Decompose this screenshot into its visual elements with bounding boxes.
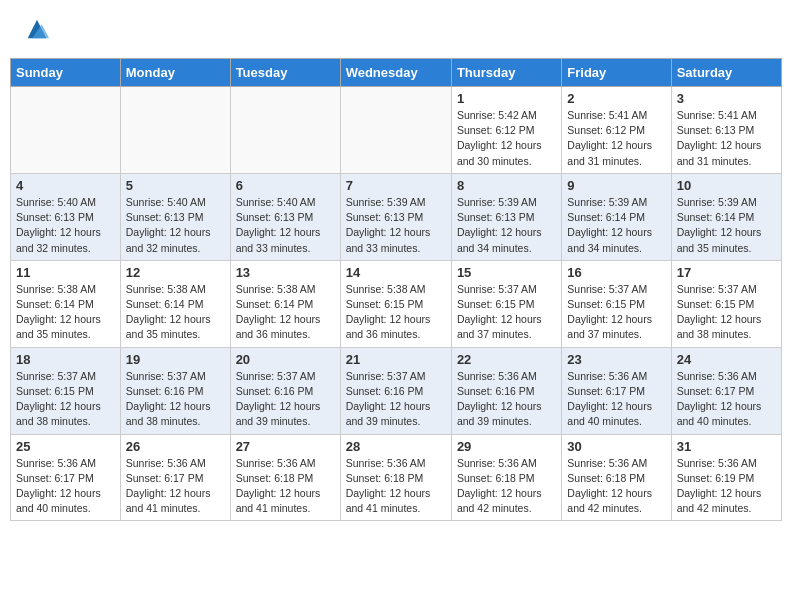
- calendar-cell: 22Sunrise: 5:36 AMSunset: 6:16 PMDayligh…: [451, 347, 561, 434]
- calendar-week-row: 1Sunrise: 5:42 AMSunset: 6:12 PMDaylight…: [11, 87, 782, 174]
- day-number: 1: [457, 91, 556, 106]
- day-info: Sunrise: 5:37 AMSunset: 6:15 PMDaylight:…: [16, 369, 115, 430]
- day-info: Sunrise: 5:36 AMSunset: 6:18 PMDaylight:…: [567, 456, 665, 517]
- calendar-cell: 30Sunrise: 5:36 AMSunset: 6:18 PMDayligh…: [562, 434, 671, 521]
- calendar-cell: 3Sunrise: 5:41 AMSunset: 6:13 PMDaylight…: [671, 87, 781, 174]
- calendar-cell: 29Sunrise: 5:36 AMSunset: 6:18 PMDayligh…: [451, 434, 561, 521]
- calendar-cell: 7Sunrise: 5:39 AMSunset: 6:13 PMDaylight…: [340, 173, 451, 260]
- day-number: 7: [346, 178, 446, 193]
- calendar-cell: 15Sunrise: 5:37 AMSunset: 6:15 PMDayligh…: [451, 260, 561, 347]
- calendar-cell: 17Sunrise: 5:37 AMSunset: 6:15 PMDayligh…: [671, 260, 781, 347]
- day-number: 5: [126, 178, 225, 193]
- col-header-tuesday: Tuesday: [230, 59, 340, 87]
- col-header-saturday: Saturday: [671, 59, 781, 87]
- day-number: 31: [677, 439, 776, 454]
- calendar-cell: [340, 87, 451, 174]
- day-number: 19: [126, 352, 225, 367]
- calendar-cell: 28Sunrise: 5:36 AMSunset: 6:18 PMDayligh…: [340, 434, 451, 521]
- day-number: 27: [236, 439, 335, 454]
- calendar-cell: 12Sunrise: 5:38 AMSunset: 6:14 PMDayligh…: [120, 260, 230, 347]
- day-info: Sunrise: 5:37 AMSunset: 6:15 PMDaylight:…: [677, 282, 776, 343]
- day-info: Sunrise: 5:36 AMSunset: 6:18 PMDaylight:…: [236, 456, 335, 517]
- day-number: 18: [16, 352, 115, 367]
- calendar-cell: 26Sunrise: 5:36 AMSunset: 6:17 PMDayligh…: [120, 434, 230, 521]
- day-info: Sunrise: 5:38 AMSunset: 6:14 PMDaylight:…: [236, 282, 335, 343]
- day-number: 6: [236, 178, 335, 193]
- day-info: Sunrise: 5:36 AMSunset: 6:17 PMDaylight:…: [677, 369, 776, 430]
- col-header-thursday: Thursday: [451, 59, 561, 87]
- calendar-cell: 27Sunrise: 5:36 AMSunset: 6:18 PMDayligh…: [230, 434, 340, 521]
- calendar-cell: 1Sunrise: 5:42 AMSunset: 6:12 PMDaylight…: [451, 87, 561, 174]
- day-info: Sunrise: 5:36 AMSunset: 6:17 PMDaylight:…: [16, 456, 115, 517]
- calendar-cell: 10Sunrise: 5:39 AMSunset: 6:14 PMDayligh…: [671, 173, 781, 260]
- day-info: Sunrise: 5:41 AMSunset: 6:12 PMDaylight:…: [567, 108, 665, 169]
- day-info: Sunrise: 5:39 AMSunset: 6:13 PMDaylight:…: [457, 195, 556, 256]
- day-info: Sunrise: 5:36 AMSunset: 6:18 PMDaylight:…: [457, 456, 556, 517]
- day-info: Sunrise: 5:39 AMSunset: 6:13 PMDaylight:…: [346, 195, 446, 256]
- day-number: 9: [567, 178, 665, 193]
- calendar-cell: 20Sunrise: 5:37 AMSunset: 6:16 PMDayligh…: [230, 347, 340, 434]
- logo-icon: [23, 15, 51, 43]
- day-number: 2: [567, 91, 665, 106]
- day-number: 22: [457, 352, 556, 367]
- calendar-cell: 23Sunrise: 5:36 AMSunset: 6:17 PMDayligh…: [562, 347, 671, 434]
- day-info: Sunrise: 5:38 AMSunset: 6:15 PMDaylight:…: [346, 282, 446, 343]
- day-number: 23: [567, 352, 665, 367]
- calendar-cell: 18Sunrise: 5:37 AMSunset: 6:15 PMDayligh…: [11, 347, 121, 434]
- day-info: Sunrise: 5:39 AMSunset: 6:14 PMDaylight:…: [567, 195, 665, 256]
- calendar-table: SundayMondayTuesdayWednesdayThursdayFrid…: [10, 58, 782, 521]
- day-info: Sunrise: 5:37 AMSunset: 6:16 PMDaylight:…: [126, 369, 225, 430]
- day-info: Sunrise: 5:40 AMSunset: 6:13 PMDaylight:…: [126, 195, 225, 256]
- calendar-cell: 13Sunrise: 5:38 AMSunset: 6:14 PMDayligh…: [230, 260, 340, 347]
- day-number: 10: [677, 178, 776, 193]
- day-info: Sunrise: 5:40 AMSunset: 6:13 PMDaylight:…: [236, 195, 335, 256]
- col-header-friday: Friday: [562, 59, 671, 87]
- day-number: 20: [236, 352, 335, 367]
- day-number: 8: [457, 178, 556, 193]
- day-info: Sunrise: 5:38 AMSunset: 6:14 PMDaylight:…: [126, 282, 225, 343]
- calendar-cell: 2Sunrise: 5:41 AMSunset: 6:12 PMDaylight…: [562, 87, 671, 174]
- calendar-week-row: 18Sunrise: 5:37 AMSunset: 6:15 PMDayligh…: [11, 347, 782, 434]
- col-header-monday: Monday: [120, 59, 230, 87]
- day-number: 11: [16, 265, 115, 280]
- day-info: Sunrise: 5:38 AMSunset: 6:14 PMDaylight:…: [16, 282, 115, 343]
- calendar-cell: 21Sunrise: 5:37 AMSunset: 6:16 PMDayligh…: [340, 347, 451, 434]
- col-header-sunday: Sunday: [11, 59, 121, 87]
- day-number: 17: [677, 265, 776, 280]
- calendar-cell: 24Sunrise: 5:36 AMSunset: 6:17 PMDayligh…: [671, 347, 781, 434]
- calendar-cell: 14Sunrise: 5:38 AMSunset: 6:15 PMDayligh…: [340, 260, 451, 347]
- day-info: Sunrise: 5:36 AMSunset: 6:17 PMDaylight:…: [126, 456, 225, 517]
- calendar-cell: 9Sunrise: 5:39 AMSunset: 6:14 PMDaylight…: [562, 173, 671, 260]
- col-header-wednesday: Wednesday: [340, 59, 451, 87]
- day-info: Sunrise: 5:39 AMSunset: 6:14 PMDaylight:…: [677, 195, 776, 256]
- calendar-cell: 31Sunrise: 5:36 AMSunset: 6:19 PMDayligh…: [671, 434, 781, 521]
- calendar-week-row: 11Sunrise: 5:38 AMSunset: 6:14 PMDayligh…: [11, 260, 782, 347]
- day-number: 29: [457, 439, 556, 454]
- calendar-week-row: 25Sunrise: 5:36 AMSunset: 6:17 PMDayligh…: [11, 434, 782, 521]
- calendar-cell: [230, 87, 340, 174]
- day-number: 26: [126, 439, 225, 454]
- day-number: 13: [236, 265, 335, 280]
- day-info: Sunrise: 5:36 AMSunset: 6:18 PMDaylight:…: [346, 456, 446, 517]
- day-info: Sunrise: 5:41 AMSunset: 6:13 PMDaylight:…: [677, 108, 776, 169]
- calendar-header-row: SundayMondayTuesdayWednesdayThursdayFrid…: [11, 59, 782, 87]
- calendar-cell: 6Sunrise: 5:40 AMSunset: 6:13 PMDaylight…: [230, 173, 340, 260]
- day-number: 15: [457, 265, 556, 280]
- calendar-cell: 11Sunrise: 5:38 AMSunset: 6:14 PMDayligh…: [11, 260, 121, 347]
- calendar-cell: 8Sunrise: 5:39 AMSunset: 6:13 PMDaylight…: [451, 173, 561, 260]
- day-info: Sunrise: 5:36 AMSunset: 6:17 PMDaylight:…: [567, 369, 665, 430]
- day-number: 14: [346, 265, 446, 280]
- calendar-cell: [11, 87, 121, 174]
- day-info: Sunrise: 5:37 AMSunset: 6:15 PMDaylight:…: [457, 282, 556, 343]
- day-number: 28: [346, 439, 446, 454]
- calendar-cell: 25Sunrise: 5:36 AMSunset: 6:17 PMDayligh…: [11, 434, 121, 521]
- page-header: [10, 10, 782, 48]
- day-number: 16: [567, 265, 665, 280]
- day-info: Sunrise: 5:36 AMSunset: 6:19 PMDaylight:…: [677, 456, 776, 517]
- day-info: Sunrise: 5:37 AMSunset: 6:15 PMDaylight:…: [567, 282, 665, 343]
- day-number: 21: [346, 352, 446, 367]
- calendar-cell: 4Sunrise: 5:40 AMSunset: 6:13 PMDaylight…: [11, 173, 121, 260]
- calendar-cell: 19Sunrise: 5:37 AMSunset: 6:16 PMDayligh…: [120, 347, 230, 434]
- day-info: Sunrise: 5:40 AMSunset: 6:13 PMDaylight:…: [16, 195, 115, 256]
- day-info: Sunrise: 5:36 AMSunset: 6:16 PMDaylight:…: [457, 369, 556, 430]
